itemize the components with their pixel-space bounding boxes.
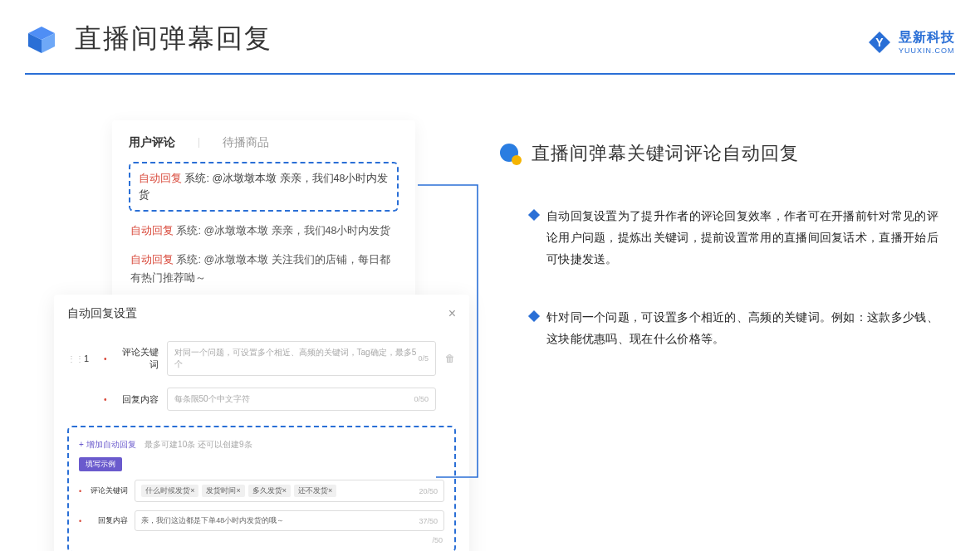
comment-line-2: 自动回复 系统: @冰墩墩本墩 亲亲，我们48小时内发货 <box>129 222 399 241</box>
chip[interactable]: 多久发货× <box>248 485 291 497</box>
chip[interactable]: 发货时间× <box>202 485 244 497</box>
content-label: 回复内容 <box>115 393 159 406</box>
bullet-item: 自动回复设置为了提升作者的评论回复效率，作者可在开播前针对常见的评论用户问题，提… <box>530 206 947 271</box>
keyword-label: 评论关键词 <box>115 346 159 371</box>
comment-tabs: 用户评论 待播商品 <box>129 135 399 150</box>
tab-divider <box>198 138 199 148</box>
bullet-item: 针对同一个问题，可设置多个相近的、高频的关键词。例如：这款多少钱、这块能优惠吗、… <box>530 307 947 350</box>
svg-text:Y: Y <box>875 36 884 49</box>
svg-point-6 <box>512 155 522 165</box>
add-hint: 最多可建10条 还可以创建9条 <box>145 440 252 449</box>
diamond-icon <box>528 310 540 322</box>
example-keyword-row: • 评论关键词 什么时候发货× 发货时间× 多久发货× 还不发货× 20/50 <box>79 480 444 502</box>
bullet-list: 自动回复设置为了提升作者的评论回复效率，作者可在开播前针对常见的评论用户问题，提… <box>498 206 947 349</box>
brand-domain: YUUXIN.COM <box>899 46 955 55</box>
chip[interactable]: 还不发货× <box>294 485 336 497</box>
diamond-icon <box>528 209 540 221</box>
example-content-input[interactable]: 亲，我们这边都是下单48小时内发货的哦～ 37/50 <box>135 510 444 531</box>
article-column: 直播间弹幕关键词评论自动回复 自动回复设置为了提升作者的评论回复效率，作者可在开… <box>498 141 947 386</box>
delete-icon[interactable]: 🗑 <box>444 353 456 364</box>
tab-pending-goods[interactable]: 待播商品 <box>223 135 269 150</box>
comment-panel: 用户评论 待播商品 自动回复 系统: @冰墩墩本墩 亲亲，我们48小时内发货 自… <box>112 120 415 306</box>
brand-logo: Y 昱新科技 YUUXIN.COM <box>867 29 955 55</box>
example-keyword-input[interactable]: 什么时候发货× 发货时间× 多久发货× 还不发货× 20/50 <box>135 480 444 502</box>
article-heading: 直播间弹幕关键词评论自动回复 <box>498 141 947 166</box>
drag-handle-icon[interactable]: ⋮⋮ <box>67 354 76 363</box>
page-title: 直播间弹幕回复 <box>75 21 272 57</box>
chip[interactable]: 什么时候发货× <box>141 485 198 497</box>
settings-title: 自动回复设置 <box>67 306 137 321</box>
example-content-row: • 回复内容 亲，我们这边都是下单48小时内发货的哦～ 37/50 <box>79 510 444 531</box>
auto-reply-settings-card: 自动回复设置 × ⋮⋮ 1 • 评论关键词 对同一个问题，可设置多个相近、高频的… <box>54 295 469 551</box>
required-marker: • <box>104 354 107 363</box>
content-row: ⋮⋮ 1 • 回复内容 每条限50个中文字符 0/50 🗑 <box>67 388 456 411</box>
keyword-row: ⋮⋮ 1 • 评论关键词 对同一个问题，可设置多个相近、高频的关键词，Tag确定… <box>67 341 456 376</box>
header-underline <box>25 73 955 75</box>
add-auto-reply-link[interactable]: + 增加自动回复 <box>79 440 136 449</box>
article-title: 直播间弹幕关键词评论自动回复 <box>532 141 799 166</box>
row-number: 1 <box>84 354 96 363</box>
slide-header: 直播间弹幕回复 Y 昱新科技 YUUXIN.COM <box>25 17 955 75</box>
cube-icon <box>25 23 58 60</box>
comment-line-3: 自动回复 系统: @冰墩墩本墩 关注我们的店铺，每日都有热门推荐呦～ <box>129 251 399 288</box>
example-box: + 增加自动回复 最多可建10条 还可以创建9条 填写示例 • 评论关键词 什么… <box>67 426 456 551</box>
highlighted-auto-reply: 自动回复 系统: @冰墩墩本墩 亲亲，我们48小时内发货 <box>129 162 399 212</box>
bubble-icon <box>498 142 522 165</box>
outer-counter: /50 <box>432 536 443 544</box>
close-icon[interactable]: × <box>448 306 456 321</box>
keyword-input[interactable]: 对同一个问题，可设置多个相近、高频的关键词，Tag确定，最多5个 0/5 <box>167 341 436 376</box>
brand-name: 昱新科技 <box>899 29 955 46</box>
content-input[interactable]: 每条限50个中文字符 0/50 <box>167 388 436 411</box>
brand-icon: Y <box>867 30 892 55</box>
auto-reply-tag: 自动回复 <box>139 173 182 184</box>
example-badge: 填写示例 <box>79 457 122 471</box>
tab-user-comments[interactable]: 用户评论 <box>129 135 175 150</box>
